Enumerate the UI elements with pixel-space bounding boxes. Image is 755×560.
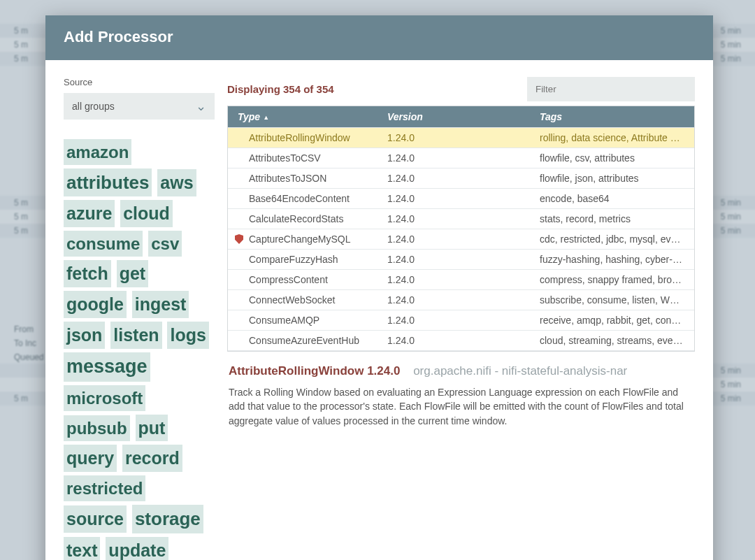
result-count: Displaying 354 of 354: [227, 83, 334, 95]
tag-google[interactable]: google: [64, 291, 127, 318]
cell-type: CaptureChangeMySQL: [228, 229, 380, 250]
tag-csv[interactable]: csv: [148, 231, 182, 257]
cell-type: ConsumeAMQP: [228, 310, 380, 331]
tag-message[interactable]: message: [64, 352, 150, 382]
cell-tags: flowfile, json, attributes: [533, 168, 694, 189]
cell-tags: stats, record, metrics: [533, 208, 694, 229]
tag-azure[interactable]: azure: [64, 200, 115, 227]
cell-tags: cdc, restricted, jdbc, mysql, ev…: [533, 229, 694, 250]
source-select-value: all groups: [72, 101, 115, 112]
column-tags[interactable]: Tags: [533, 106, 694, 127]
table-row[interactable]: CaptureChangeMySQL1.24.0cdc, restricted,…: [228, 229, 694, 249]
cell-version: 1.24.0: [380, 148, 533, 168]
tag-json[interactable]: json: [64, 322, 105, 349]
chevron-down-icon: ⌄: [196, 100, 206, 113]
tag-amazon[interactable]: amazon: [64, 139, 131, 165]
table-row[interactable]: ConsumeEWS1.24.0EWS, Exchange, Email, Co…: [228, 350, 694, 351]
table-row[interactable]: AttributesToJSON1.24.0flowfile, json, at…: [228, 168, 694, 188]
cell-version: 1.24.0: [380, 269, 533, 290]
source-select[interactable]: all groups ⌄: [64, 93, 215, 120]
cell-version: 1.24.0: [380, 168, 533, 189]
details-description: Track a Rolling Window based on evaluati…: [229, 385, 693, 428]
filter-input[interactable]: [527, 77, 695, 101]
tag-update[interactable]: update: [106, 537, 168, 560]
cell-type: CompareFuzzyHash: [228, 249, 380, 270]
cell-version: 1.24.0: [380, 330, 533, 351]
tag-aws[interactable]: aws: [157, 169, 196, 196]
tag-query[interactable]: query: [64, 445, 117, 472]
cell-tags: cloud, streaming, streams, eve…: [533, 330, 694, 351]
add-processor-dialog: Add Processor Source all groups ⌄ amazon…: [45, 15, 713, 560]
column-version[interactable]: Version: [380, 106, 533, 127]
cell-tags: receive, amqp, rabbit, get, con…: [533, 310, 694, 331]
table-body[interactable]: AttributeRollingWindow1.24.0rolling, dat…: [228, 127, 694, 351]
tag-text[interactable]: text: [64, 537, 100, 560]
cell-version: 1.24.0: [380, 229, 533, 250]
cell-tags: rolling, data science, Attribute …: [533, 127, 694, 148]
cell-tags: compress, snappy framed, bro…: [533, 269, 694, 290]
table-row[interactable]: AttributesToCSV1.24.0flowfile, csv, attr…: [228, 148, 694, 168]
cell-type: AttributeRollingWindow: [228, 127, 380, 148]
cell-tags: EWS, Exchange, Email, Consu…: [533, 350, 694, 351]
cell-type: CompressContent: [228, 269, 380, 290]
tag-restricted[interactable]: restricted: [64, 475, 145, 501]
cell-type: CalculateRecordStats: [228, 208, 380, 229]
processor-details: AttributeRollingWindow 1.24.0 org.apache…: [227, 352, 695, 431]
tag-listen[interactable]: listen: [110, 322, 161, 349]
tag-pubsub[interactable]: pubsub: [64, 415, 130, 441]
cell-type: ConsumeEWS: [228, 350, 380, 351]
cell-tags: fuzzy-hashing, hashing, cyber-…: [533, 249, 694, 270]
dialog-title: Add Processor: [45, 15, 713, 60]
tag-logs[interactable]: logs: [167, 322, 208, 349]
table-row[interactable]: CompressContent1.24.0compress, snappy fr…: [228, 269, 694, 289]
tag-consume[interactable]: consume: [64, 231, 143, 257]
tag-get[interactable]: get: [117, 260, 149, 287]
table-row[interactable]: ConnectWebSocket1.24.0subscribe, consume…: [228, 289, 694, 310]
cell-version: 1.24.0: [380, 289, 533, 310]
cell-tags: subscribe, consume, listen, W…: [533, 289, 694, 310]
tag-record[interactable]: record: [122, 445, 182, 472]
tag-fetch[interactable]: fetch: [64, 260, 111, 287]
cell-version: 1.24.0: [380, 310, 533, 331]
table-row[interactable]: Base64EncodeContent1.24.0encode, base64: [228, 188, 694, 208]
cell-version: 1.24.0: [380, 350, 533, 351]
tag-cloud: amazon attributes aws azure cloud consum…: [64, 138, 215, 560]
source-label: Source: [64, 77, 215, 87]
cell-version: 1.24.0: [380, 249, 533, 270]
tag-cloud[interactable]: cloud: [120, 200, 173, 227]
table-row[interactable]: CalculateRecordStats1.24.0stats, record,…: [228, 208, 694, 229]
cell-version: 1.24.0: [380, 188, 533, 209]
cell-tags: encode, base64: [533, 188, 694, 209]
table-row[interactable]: CompareFuzzyHash1.24.0fuzzy-hashing, has…: [228, 249, 694, 269]
cell-type: Base64EncodeContent: [228, 188, 380, 209]
table-row[interactable]: ConsumeAzureEventHub1.24.0cloud, streami…: [228, 330, 694, 350]
cell-type: ConsumeAzureEventHub: [228, 330, 380, 351]
table-row[interactable]: ConsumeAMQP1.24.0receive, amqp, rabbit, …: [228, 310, 694, 330]
cell-version: 1.24.0: [380, 127, 533, 148]
table-header: Type Version Tags: [228, 106, 694, 127]
cell-tags: flowfile, csv, attributes: [533, 148, 694, 168]
table-row[interactable]: AttributeRollingWindow1.24.0rolling, dat…: [228, 127, 694, 148]
details-name: AttributeRollingWindow 1.24.0: [229, 364, 400, 378]
details-bundle: org.apache.nifi - nifi-stateful-analysis…: [413, 364, 627, 378]
tag-microsoft[interactable]: microsoft: [64, 385, 145, 411]
tag-source[interactable]: source: [64, 505, 127, 533]
tag-attributes[interactable]: attributes: [64, 168, 152, 196]
cell-type: AttributesToJSON: [228, 168, 380, 189]
cell-type: AttributesToCSV: [228, 148, 380, 168]
processor-table: Type Version Tags AttributeRollingWindow…: [227, 106, 695, 352]
cell-type: ConnectWebSocket: [228, 289, 380, 310]
tag-ingest[interactable]: ingest: [132, 291, 189, 318]
tag-put[interactable]: put: [136, 415, 168, 442]
cell-version: 1.24.0: [380, 208, 533, 229]
tag-storage[interactable]: storage: [132, 505, 203, 533]
column-type[interactable]: Type: [228, 106, 380, 127]
